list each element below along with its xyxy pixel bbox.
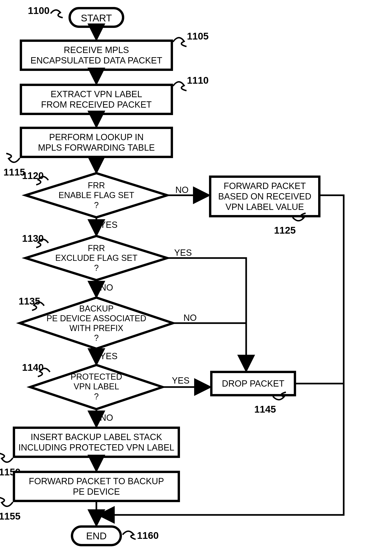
step-1110: EXTRACT VPN LABEL FROM RECEIVED PACKET (21, 85, 172, 114)
svg-text:PE DEVICE: PE DEVICE (73, 487, 120, 497)
ref-1125: 1125 (274, 225, 296, 236)
ref-1160: 1160 (137, 530, 159, 541)
edge-1125-return (99, 195, 344, 515)
svg-text:BASED ON RECEIVED: BASED ON RECEIVED (218, 191, 311, 201)
svg-text:VPN LABEL: VPN LABEL (74, 382, 119, 391)
label-1140-yes: YES (172, 376, 190, 385)
label-1135-yes: YES (100, 351, 117, 361)
svg-text:?: ? (94, 392, 99, 401)
label-1120-yes: YES (100, 220, 117, 230)
svg-text:?: ? (94, 263, 99, 273)
ref-tail-1160 (123, 531, 136, 539)
step-1125: FORWARD PACKET BASED ON RECEIVED VPN LAB… (210, 177, 319, 216)
svg-text:BACKUP: BACKUP (79, 304, 114, 313)
step-1145: DROP PACKET (211, 372, 295, 395)
svg-text:PERFORM LOOKUP IN: PERFORM LOOKUP IN (49, 132, 144, 142)
svg-text:INSERT BACKUP LABEL STACK: INSERT BACKUP LABEL STACK (31, 432, 162, 442)
svg-text:DROP PACKET: DROP PACKET (222, 379, 285, 389)
label-1130-no: NO (100, 283, 113, 292)
svg-text:RECEIVE MPLS: RECEIVE MPLS (64, 45, 129, 55)
svg-text:FRR: FRR (88, 243, 105, 253)
label-1120-no: NO (175, 185, 189, 195)
start-label: START (81, 12, 112, 23)
svg-text:PE DEVICE ASSOCIATED: PE DEVICE ASSOCIATED (47, 314, 146, 323)
ref-1145: 1145 (254, 404, 276, 415)
ref-1100: 1100 (28, 5, 49, 16)
ref-tail-1110 (173, 82, 186, 91)
ref-tail-1100 (51, 10, 63, 18)
step-1115: PERFORM LOOKUP IN MPLS FORWARDING TABLE (21, 128, 172, 157)
ref-tail-1150 (0, 453, 13, 462)
label-1140-no: NO (100, 413, 113, 423)
decision-1135: BACKUP PE DEVICE ASSOCIATED WITH PREFIX … (20, 298, 173, 349)
ref-1140: 1140 (22, 362, 44, 373)
svg-text:EXCLUDE FLAG SET: EXCLUDE FLAG SET (55, 253, 137, 263)
svg-text:VPN LABEL VALUE: VPN LABEL VALUE (226, 202, 304, 212)
svg-text:ENCAPSULATED DATA PACKET: ENCAPSULATED DATA PACKET (30, 56, 162, 65)
ref-tail-1105 (173, 38, 186, 47)
svg-text:?: ? (94, 200, 99, 210)
step-1150: INSERT BACKUP LABEL STACK INCLUDING PROT… (14, 428, 179, 457)
ref-1155: 1155 (0, 511, 20, 522)
start-terminator: START (70, 8, 123, 27)
svg-text:INCLUDING PROTECTED VPN LABEL: INCLUDING PROTECTED VPN LABEL (18, 443, 174, 452)
label-1130-yes: YES (174, 248, 192, 258)
svg-text:?: ? (94, 333, 99, 343)
svg-text:FRR: FRR (88, 181, 105, 190)
svg-text:FORWARD PACKET TO BACKUP: FORWARD PACKET TO BACKUP (29, 476, 164, 486)
svg-text:FROM RECEIVED PACKET: FROM RECEIVED PACKET (41, 100, 152, 110)
decision-1130: FRR EXCLUDE FLAG SET ? (26, 236, 167, 280)
ref-1130: 1130 (22, 233, 44, 244)
ref-1120: 1120 (22, 170, 44, 181)
decision-1120: FRR ENABLE FLAG SET ? (26, 173, 167, 217)
svg-text:PROTECTED: PROTECTED (71, 372, 122, 381)
label-1135-no: NO (183, 313, 197, 323)
ref-1105: 1105 (187, 31, 209, 42)
end-label: END (86, 530, 107, 541)
svg-text:EXTRACT VPN LABEL: EXTRACT VPN LABEL (51, 89, 142, 99)
svg-text:ENABLE FLAG SET: ENABLE FLAG SET (58, 190, 134, 200)
svg-text:MPLS FORWARDING TABLE: MPLS FORWARDING TABLE (38, 143, 155, 152)
svg-text:FORWARD PACKET: FORWARD PACKET (224, 181, 306, 191)
svg-text:WITH PREFIX: WITH PREFIX (69, 323, 123, 333)
step-1105: RECEIVE MPLS ENCAPSULATED DATA PACKET (21, 41, 172, 70)
step-1155: FORWARD PACKET TO BACKUP PE DEVICE (14, 472, 179, 501)
ref-1110: 1110 (187, 75, 209, 86)
edge-1130-yes (167, 258, 246, 371)
ref-tail-1155 (0, 498, 13, 506)
ref-1135: 1135 (19, 296, 40, 307)
end-terminator: END (72, 527, 121, 545)
ref-tail-1115 (6, 153, 20, 162)
